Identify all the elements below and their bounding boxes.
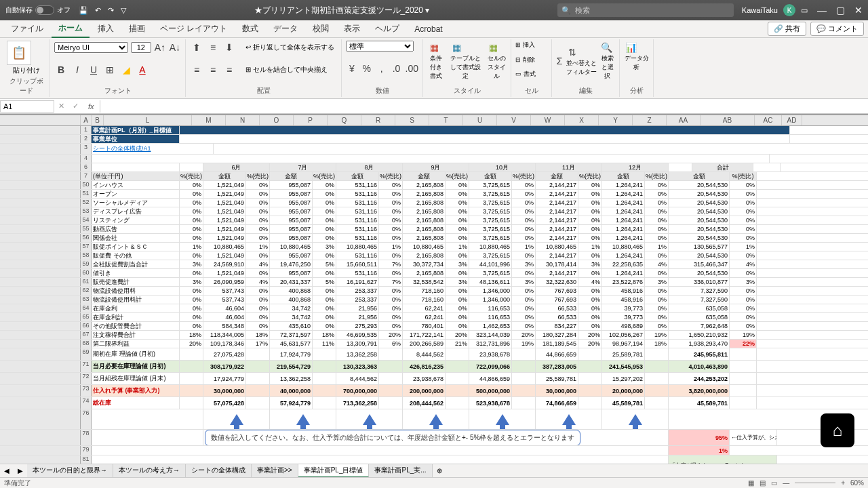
delete-button[interactable]: ⊟ 削除 [515,56,547,64]
shrink-font-icon[interactable]: A↓ [169,41,181,54]
filter-icon[interactable]: ▽ [121,6,126,15]
formula-bar[interactable] [100,100,868,113]
fill-icon[interactable]: ◢ [119,63,133,77]
save-icon[interactable]: 💾 [79,6,88,15]
zoom-in-icon[interactable]: + [841,479,845,487]
condfmt-button[interactable]: ▦条件付き書式 [427,41,444,81]
view-break-icon[interactable]: ▭ [771,479,777,487]
insert-button[interactable]: ⊞ 挿入 [515,41,547,49]
inc-dec-icon[interactable]: .0 [391,62,403,75]
accessibility-badge[interactable]: ⌂ [821,413,854,447]
paste-button[interactable]: 📋 [7,41,31,65]
tab-help[interactable]: ヘルプ [368,20,406,37]
format-button[interactable]: ▭ 書式 [515,70,547,79]
fx-icon[interactable]: fx [83,102,100,110]
sheet-tab[interactable]: 事業計画PL_目標値 [298,464,370,478]
sort-button[interactable]: ⇅並べ替えとフィルター [566,45,597,77]
sheet-tab[interactable]: 本ツールの目的と限界→ [27,464,113,478]
autosave-toggle[interactable]: 自動保存オフ [5,5,71,15]
maximize-icon[interactable]: ▢ [836,5,845,16]
tab-draw[interactable]: 描画 [122,20,152,37]
status-ready: 準備完了 [4,479,31,488]
user-name: KawaiTaku [742,6,778,14]
input-instruction: 数値を記入してください。なお、仕入予算の総合計については、年度総合計金額と+- … [205,430,580,445]
bold-icon[interactable]: B [54,63,68,77]
currency-icon[interactable]: ¥ [346,62,358,75]
comment-button[interactable]: 💬 コメント [810,22,864,36]
ribbon-opts-icon[interactable]: ▭ [801,6,808,15]
find-button[interactable]: 🔍検索と選択 [599,41,615,81]
sheet-tab[interactable]: 事業計画PL_実... [369,464,432,478]
arrow-up-icon [429,414,443,425]
align-right-icon[interactable]: ≡ [222,63,236,77]
sheet-nav-last-icon[interactable]: ▶ [14,467,27,474]
border-icon[interactable]: ⊞ [103,63,117,77]
arrow-up-icon [496,414,509,425]
zoom-out-icon[interactable]: — [783,479,789,487]
view-normal-icon[interactable]: ▦ [748,479,754,487]
cancel-fx-icon[interactable]: ✕ [54,102,68,110]
sheet-tab[interactable]: 本ツールの考え方→ [113,464,186,478]
minimize-icon[interactable]: — [817,5,827,16]
avatar[interactable]: K [783,4,795,16]
search-input[interactable]: 🔍検索 [557,3,734,17]
close-icon[interactable]: ✕ [854,5,863,16]
italic-icon[interactable]: I [71,63,84,77]
tab-formulas[interactable]: 数式 [235,20,265,37]
comma-icon[interactable]: , [376,62,388,75]
tab-insert[interactable]: 挿入 [91,20,121,37]
underline-icon[interactable]: U [87,63,100,77]
arrow-up-icon [296,414,310,425]
arrow-up-icon [230,414,243,425]
arrow-up-icon [363,414,376,425]
tab-file[interactable]: ファイル [4,20,50,37]
analysis-button[interactable]: 📊データ分析 [624,41,649,72]
fontsize-input[interactable] [131,42,151,53]
percent-icon[interactable]: % [361,62,373,75]
arrow-up-icon [629,414,642,425]
tab-view[interactable]: 表示 [337,20,367,37]
tab-home[interactable]: ホーム [52,20,90,38]
add-sheet-icon[interactable]: ⊕ [433,467,446,474]
font-select[interactable]: Meiryo UI [54,42,128,53]
tab-data[interactable]: データ [267,20,304,37]
align-mid-icon[interactable]: ≡ [206,41,220,54]
dec-dec-icon[interactable]: .00 [406,62,418,75]
name-box[interactable] [0,100,54,113]
tablefmt-button[interactable]: ▦テーブルとして書式設定 [450,41,481,81]
sheet-nav-first-icon[interactable]: ◀ [0,467,14,474]
sheet-tab[interactable]: 事業計画>> [252,464,298,478]
redo-icon[interactable]: ↷ [108,6,114,15]
arrow-up-icon [562,414,576,425]
sheet-tab[interactable]: シートの全体構成 [186,464,252,478]
cellstyle-button[interactable]: ▦セルのスタイル [487,41,507,81]
grow-font-icon[interactable]: A↑ [154,41,166,54]
align-bot-icon[interactable]: ⬇ [222,41,236,54]
numfmt-select[interactable]: 標準 [346,41,414,52]
document-title: ★ブリリアント期初計画策定支援ツール_2020 ▾ [126,5,557,16]
merge-button[interactable]: ⊞ セルを結合して中央揃え [245,65,328,75]
enter-fx-icon[interactable]: ✓ [68,102,83,110]
share-button[interactable]: 🔗 共有 [768,22,806,36]
tab-review[interactable]: 校閲 [306,20,336,37]
tab-pagelayout[interactable]: ページ レイアウト [153,20,234,37]
view-page-icon[interactable]: ▤ [760,479,766,487]
align-center-icon[interactable]: ≡ [206,63,220,77]
undo-icon[interactable]: ↶ [95,6,101,15]
align-left-icon[interactable]: ≡ [190,63,203,77]
tab-acrobat[interactable]: Acrobat [408,22,449,37]
autosum-icon[interactable]: Σ [556,54,563,68]
wrap-button[interactable]: ↩ 折り返して全体を表示する [245,43,334,52]
search-icon: 🔍 [561,6,571,15]
fontcolor-icon[interactable]: A [136,63,149,77]
zoom-level[interactable]: 60% [850,479,864,487]
align-top-icon[interactable]: ⬆ [190,41,203,54]
